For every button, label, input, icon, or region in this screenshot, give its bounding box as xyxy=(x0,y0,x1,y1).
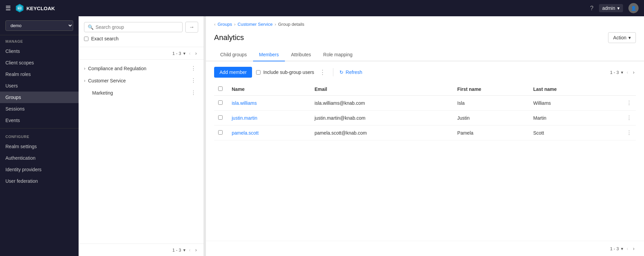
sidebar-item-realm-roles[interactable]: Realm roles xyxy=(0,68,79,80)
sidebar-item-clients[interactable]: Clients xyxy=(0,45,79,57)
select-all-header xyxy=(214,83,228,96)
keycloak-logo-icon: KC xyxy=(15,3,24,13)
table-toolbar: Add member Include sub-group users ⋮ ↻ R… xyxy=(206,61,644,83)
breadcrumb-customer-service-link[interactable]: Customer Service xyxy=(237,22,272,27)
sidebar-item-users[interactable]: Users xyxy=(0,80,79,92)
pagination-bottom-dropdown[interactable]: ▾ xyxy=(183,248,186,253)
groups-list: › Compliance and Regulation ⋮ › Customer… xyxy=(79,60,204,243)
group-item-compliance[interactable]: › Compliance and Regulation ⋮ xyxy=(79,62,204,75)
sidebar-item-authentication[interactable]: Authentication xyxy=(0,152,79,164)
row-more-0[interactable]: ⋮ xyxy=(604,96,636,111)
sidebar-item-label: Groups xyxy=(5,95,21,100)
row-more-2[interactable]: ⋮ xyxy=(604,125,636,140)
pagination-top-label: 1 - 3 xyxy=(172,51,181,56)
table-footer: 1 - 3 ▾ ‹ › xyxy=(206,241,644,256)
pagination-next-mid[interactable]: › xyxy=(631,69,636,76)
pagination-bar-top: 1 - 3 ▾ ‹ › xyxy=(79,47,204,60)
realm-select[interactable]: demo xyxy=(5,20,73,31)
sidebar-item-client-scopes[interactable]: Client scopes xyxy=(0,57,79,68)
pagination-prev-bottom[interactable]: ‹ xyxy=(188,247,192,253)
breadcrumb-groups-link[interactable]: Groups xyxy=(217,22,232,27)
top-nav: ☰ KC KEYCLOAK ? admin ▾ 👤 xyxy=(0,0,644,16)
sidebar-item-label: Identity providers xyxy=(5,167,42,172)
sidebar-item-sessions[interactable]: Sessions xyxy=(0,103,79,115)
table-row: justin.martin justin.martin@knab.com Jus… xyxy=(214,111,636,125)
pagination-top-dropdown[interactable]: ▾ xyxy=(183,51,186,56)
content-header: Analytics Action ▾ xyxy=(206,29,644,48)
member-link-0[interactable]: isla.williams xyxy=(232,100,257,106)
group-item-marketing[interactable]: Marketing ⋮ xyxy=(79,87,204,99)
row-select-0 xyxy=(214,96,228,111)
add-member-button[interactable]: Add member xyxy=(214,67,252,78)
pagination-next-footer[interactable]: › xyxy=(631,245,636,252)
group-more-icon[interactable]: ⋮ xyxy=(189,65,198,72)
group-more-icon[interactable]: ⋮ xyxy=(189,77,198,84)
search-row: 🔍 → xyxy=(84,22,198,33)
row-more-1[interactable]: ⋮ xyxy=(604,111,636,125)
search-input[interactable] xyxy=(96,24,179,30)
pagination-mid: 1 - 3 ▾ ‹ › xyxy=(610,69,636,76)
admin-label: admin xyxy=(602,5,615,11)
pagination-footer-dropdown[interactable]: ▾ xyxy=(621,246,623,251)
tab-attributes[interactable]: Attributes xyxy=(285,48,317,61)
table-header-row: Name Email First name Last name xyxy=(214,83,636,96)
pagination-next-bottom[interactable]: › xyxy=(194,247,198,253)
sidebar-item-label: Sessions xyxy=(5,106,25,112)
col-actions xyxy=(604,83,636,96)
group-item-customer-service[interactable]: › Customer Service ⋮ xyxy=(79,75,204,87)
row-email-2: pamela.scott@knab.com xyxy=(310,125,453,140)
search-go-button[interactable]: → xyxy=(185,22,198,33)
sidebar-item-label: User federation xyxy=(5,178,38,184)
row-last-0: Williams xyxy=(529,96,604,111)
top-nav-right: ? admin ▾ 👤 xyxy=(590,3,639,13)
chevron-down-icon: ▾ xyxy=(617,5,620,11)
sidebar-item-realm-settings[interactable]: Realm settings xyxy=(0,141,79,152)
chevron-left-icon: ‹ xyxy=(214,22,215,27)
breadcrumb-sep: › xyxy=(234,22,235,27)
row-last-1: Martin xyxy=(529,111,604,125)
exact-search-checkbox[interactable] xyxy=(84,37,88,41)
help-icon[interactable]: ? xyxy=(590,5,594,12)
member-link-2[interactable]: pamela.scott xyxy=(232,130,258,136)
row-checkbox-0[interactable] xyxy=(218,100,223,105)
include-sub-label[interactable]: Include sub-group users xyxy=(263,70,314,75)
avatar[interactable]: 👤 xyxy=(628,3,639,13)
row-checkbox-2[interactable] xyxy=(218,130,223,135)
group-more-icon[interactable]: ⋮ xyxy=(189,90,198,96)
exact-search-row: Exact search xyxy=(84,36,198,41)
action-button[interactable]: Action ▾ xyxy=(608,32,636,43)
hamburger-icon[interactable]: ☰ xyxy=(5,4,11,12)
pagination-mid-dropdown[interactable]: ▾ xyxy=(621,70,623,75)
realm-selector: demo xyxy=(0,16,79,35)
pagination-prev-top[interactable]: ‹ xyxy=(188,50,192,57)
row-name-2: pamela.scott xyxy=(228,125,310,140)
col-name: Name xyxy=(228,83,310,96)
row-first-0: Isla xyxy=(453,96,529,111)
exact-search-label[interactable]: Exact search xyxy=(91,36,119,41)
sidebar-item-identity-providers[interactable]: Identity providers xyxy=(0,164,79,175)
row-last-2: Scott xyxy=(529,125,604,140)
search-icon: 🔍 xyxy=(88,24,94,30)
search-area: 🔍 → Exact search xyxy=(79,16,204,47)
sidebar-item-user-federation[interactable]: User federation xyxy=(0,175,79,187)
pagination-prev-footer[interactable]: ‹ xyxy=(625,245,630,252)
pagination-next-top[interactable]: › xyxy=(194,50,198,57)
tab-members[interactable]: Members xyxy=(253,48,285,61)
action-label: Action xyxy=(613,35,626,40)
refresh-button[interactable]: ↻ Refresh xyxy=(339,70,362,75)
sidebar-item-events[interactable]: Events xyxy=(0,115,79,126)
admin-dropdown[interactable]: admin ▾ xyxy=(599,4,623,12)
tab-role-mapping[interactable]: Role mapping xyxy=(317,48,358,61)
tab-child-groups[interactable]: Child groups xyxy=(214,48,253,61)
manage-section-label: Manage xyxy=(0,35,79,45)
members-table: Name Email First name Last name isla.wil… xyxy=(206,83,644,241)
member-link-1[interactable]: justin.martin xyxy=(232,115,257,121)
pagination-prev-mid[interactable]: ‹ xyxy=(625,69,630,76)
logo: KC KEYCLOAK xyxy=(15,3,55,13)
row-checkbox-1[interactable] xyxy=(218,115,223,120)
sidebar-item-groups[interactable]: Groups xyxy=(0,92,79,103)
row-email-0: isla.williams@knab.com xyxy=(310,96,453,111)
select-all-checkbox[interactable] xyxy=(218,86,223,91)
include-sub-checkbox[interactable] xyxy=(256,70,261,75)
toolbar-more-icon[interactable]: ⋮ xyxy=(319,68,326,76)
